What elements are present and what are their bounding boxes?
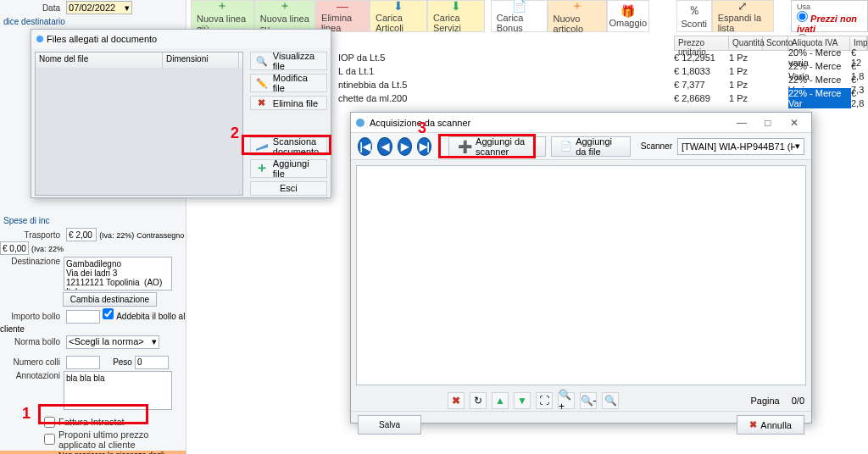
- label-indice-destinatario: dice destinatario: [0, 15, 186, 28]
- grid-rows: IOP da Lt.5€ 12,29511 Pz20% - Merce vari…: [335, 51, 868, 105]
- tool-sconti[interactable]: ％Sconti: [676, 0, 712, 32]
- nav-first[interactable]: |◀: [358, 137, 372, 156]
- checkbox-addebita-bollo[interactable]: [103, 308, 114, 319]
- tool-nuova-linea-giu[interactable]: ＋Nuova linea giù: [191, 0, 254, 32]
- app-icon: [356, 119, 364, 127]
- tool-carica-articoli[interactable]: ⬇Carica Articoli: [370, 0, 427, 32]
- arrow-down-icon: ⬇: [451, 0, 461, 13]
- annotation-3: 3: [418, 119, 426, 137]
- nav-next[interactable]: ▶: [398, 137, 412, 156]
- col-quantita[interactable]: Quantità: [729, 36, 763, 50]
- label-importo-bollo: Importo bollo: [0, 312, 64, 321]
- label-usa: Usa: [797, 3, 862, 11]
- label-trasporto: Trasporto: [0, 230, 64, 240]
- label-destinazione: Destinazione: [0, 257, 64, 291]
- tool-carica-servizi[interactable]: ⬇Carica Servizi: [427, 0, 485, 32]
- annotation-2: 2: [231, 125, 239, 142]
- close-button[interactable]: ✕: [782, 117, 806, 129]
- input-numero-colli[interactable]: [66, 356, 100, 369]
- select-scanner[interactable]: [TWAIN] WIA-HP944B71 (HP OfficeJet 80▾: [677, 138, 804, 155]
- col-nome-file[interactable]: Nome del file: [36, 53, 163, 68]
- label-proponi: Proponi ultimo prezzo applicato al clien…: [58, 429, 186, 450]
- button-annulla[interactable]: ✖Annulla: [737, 415, 804, 435]
- file-icon: 📄: [560, 141, 572, 152]
- value-pagina: 0/0: [785, 396, 804, 406]
- tool-elimina-linea[interactable]: —Elimina linea: [315, 0, 370, 32]
- button-visualizza-file[interactable]: 🔍Visualizza file: [250, 52, 327, 70]
- tool-delete[interactable]: ✖: [448, 392, 465, 409]
- col-sconto[interactable]: Sconto: [763, 36, 788, 50]
- minimize-button[interactable]: —: [730, 117, 754, 129]
- chevron-down-icon: ▾: [152, 336, 157, 348]
- label-norma-bollo: Norma bollo: [0, 337, 64, 346]
- label-contrassegno: Contrassegno: [136, 231, 184, 240]
- input-peso[interactable]: [135, 356, 169, 369]
- table-row[interactable]: chette da ml.200€ 2,86891 Pz22% - Merce …: [335, 91, 868, 105]
- modal-acquisizione-scanner: Acquisizione da scanner — □ ✕ |◀ ◀ ▶ ▶| …: [350, 112, 812, 424]
- app-icon: [36, 36, 43, 42]
- annotation-1: 1: [22, 405, 31, 423]
- tool-nuova-linea-su[interactable]: ＋Nuova linea su: [254, 0, 315, 32]
- tool-omaggio[interactable]: 🎁Omaggio: [607, 0, 649, 32]
- tool-zoom-fit[interactable]: ⛶: [536, 392, 553, 409]
- expand-icon: ⤢: [737, 0, 748, 13]
- button-modifica-file[interactable]: ✏️Modifica file: [250, 74, 327, 92]
- percent-icon: ％: [688, 3, 700, 19]
- button-aggiungi-da-file[interactable]: 📄Aggiungi da file: [551, 136, 631, 157]
- label-scanner: Scanner: [641, 141, 672, 151]
- modal1-title: Files allegati al documento: [47, 34, 157, 44]
- button-esci[interactable]: Esci: [250, 181, 327, 196]
- window-buttons: — □ ✕: [730, 117, 806, 129]
- chevron-down-icon: ▾: [125, 3, 130, 14]
- label-iva-trasp: (Iva: 22%): [99, 231, 134, 240]
- col-dimensioni[interactable]: Dimensioni: [163, 53, 239, 68]
- minus-icon: —: [337, 0, 348, 13]
- modal-files-allegati: Files allegati al documento Nome del fil…: [31, 29, 331, 198]
- maximize-button[interactable]: □: [756, 117, 780, 129]
- plus-icon: ＋: [571, 0, 583, 14]
- nav-prev[interactable]: ◀: [377, 137, 392, 156]
- plus-icon: ＋: [256, 163, 268, 174]
- tool-nuovo-articolo[interactable]: ＋Nuovo articolo: [548, 0, 607, 32]
- tool-zoom-in[interactable]: 🔍+: [558, 392, 575, 409]
- tool-zoom-100[interactable]: 🔍: [602, 392, 619, 409]
- tool-carica-bonus[interactable]: 📄Carica Bonus: [491, 0, 548, 32]
- textarea-destinazione[interactable]: Gambadilegno Via dei ladri 3 12112121 To…: [64, 257, 172, 291]
- annotation-box-1: [38, 404, 148, 424]
- scan-preview: [356, 165, 806, 385]
- label-peso: Peso: [103, 357, 132, 367]
- arrow-down-icon: ⬇: [393, 0, 403, 13]
- input-trasporto[interactable]: [66, 228, 97, 241]
- bonus-icon: 📄: [512, 0, 526, 13]
- button-cambia-destinazione[interactable]: Cambia destinazione: [63, 292, 157, 307]
- gift-icon: 🎁: [620, 4, 635, 18]
- delete-icon: ✖: [256, 97, 268, 109]
- tool-zoom-out[interactable]: 🔍-: [580, 392, 597, 409]
- button-salva[interactable]: Salva: [358, 415, 421, 435]
- tool-rotate[interactable]: ↻: [470, 392, 487, 409]
- plus-icon: ＋: [216, 0, 228, 14]
- tool-move-down[interactable]: ▼: [514, 392, 531, 409]
- magnifier-icon: 🔍: [256, 55, 268, 67]
- modal1-titlebar[interactable]: Files allegati al documento: [31, 30, 331, 48]
- tool-move-up[interactable]: ▲: [492, 392, 509, 409]
- checkbox-proponi[interactable]: [44, 434, 55, 445]
- input-contrassegno[interactable]: [0, 241, 29, 255]
- label-nonscaricare: Non scaricare le giacenze degli articoli…: [58, 451, 182, 455]
- file-list[interactable]: Nome del file Dimensioni: [35, 52, 243, 196]
- input-importo-bollo[interactable]: [66, 310, 100, 324]
- col-prezzo[interactable]: Prezzo unitario: [675, 36, 729, 50]
- label-iva-ca: (Iva: 22%: [31, 245, 64, 253]
- label-data: Data: [0, 3, 64, 13]
- tool-espandi-lista[interactable]: ⤢Espandi la lista: [712, 0, 774, 32]
- radio-non-ivati[interactable]: [797, 11, 808, 22]
- label-pagina: Pagina: [750, 396, 779, 406]
- button-aggiungi-file[interactable]: ＋Aggiungi file: [250, 159, 327, 178]
- date-input[interactable]: 07/02/2022▾: [66, 1, 132, 14]
- annotation-box-3: [438, 134, 536, 158]
- chevron-down-icon: ▾: [795, 141, 800, 152]
- pencil-icon: ✏️: [256, 77, 268, 89]
- button-elimina-file[interactable]: ✖Elimina file: [250, 96, 327, 110]
- select-norma-bollo[interactable]: <Scegli la norma>▾: [66, 335, 159, 349]
- nav-last[interactable]: ▶|: [417, 137, 431, 156]
